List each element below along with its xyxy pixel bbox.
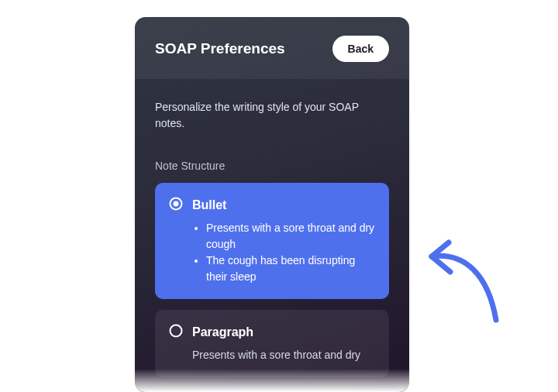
option-example: Presents with a sore throat and dry coug… bbox=[192, 220, 375, 285]
page-title: SOAP Preferences bbox=[155, 40, 285, 57]
svg-point-1 bbox=[174, 201, 179, 207]
description-text: Personalize the writing style of your SO… bbox=[155, 99, 389, 132]
preferences-panel: SOAP Preferences Back Personalize the wr… bbox=[135, 17, 409, 392]
option-bullet[interactable]: Bullet Presents with a sore throat and d… bbox=[155, 183, 389, 299]
radio-selected-icon bbox=[169, 197, 183, 214]
option-title: Bullet bbox=[192, 198, 226, 212]
example-bullet-item: Presents with a sore throat and dry coug… bbox=[206, 220, 375, 253]
svg-point-2 bbox=[170, 325, 182, 337]
annotation-arrow-icon bbox=[422, 229, 515, 329]
option-header: Paragraph bbox=[169, 324, 375, 341]
note-structure-options: Bullet Presents with a sore throat and d… bbox=[155, 183, 389, 377]
back-button[interactable]: Back bbox=[332, 36, 389, 62]
option-header: Bullet bbox=[169, 197, 375, 214]
option-title: Paragraph bbox=[192, 325, 253, 339]
option-example: Presents with a sore throat and dry bbox=[192, 347, 375, 363]
panel-body: Personalize the writing style of your SO… bbox=[135, 79, 409, 377]
option-paragraph[interactable]: Paragraph Presents with a sore throat an… bbox=[155, 310, 389, 377]
panel-header: SOAP Preferences Back bbox=[135, 17, 409, 79]
section-label-note-structure: Note Structure bbox=[155, 160, 389, 172]
radio-unselected-icon bbox=[169, 324, 183, 341]
example-bullet-item: The cough has been disrupting their slee… bbox=[206, 253, 375, 285]
